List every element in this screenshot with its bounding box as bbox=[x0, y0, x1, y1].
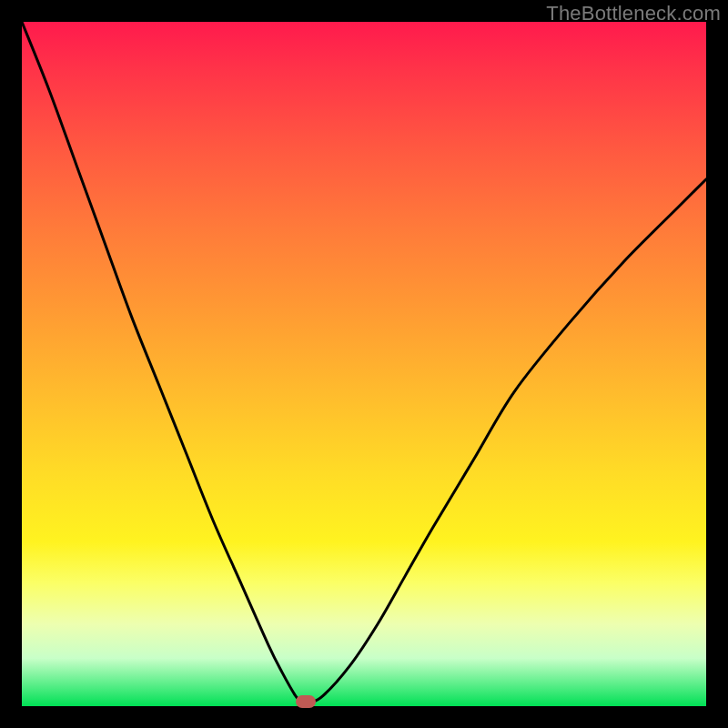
curve-svg bbox=[22, 22, 706, 706]
optimum-marker bbox=[296, 695, 316, 708]
chart-frame: TheBottleneck.com bbox=[0, 0, 728, 728]
bottleneck-curve bbox=[22, 22, 706, 703]
plot-area bbox=[22, 22, 706, 706]
